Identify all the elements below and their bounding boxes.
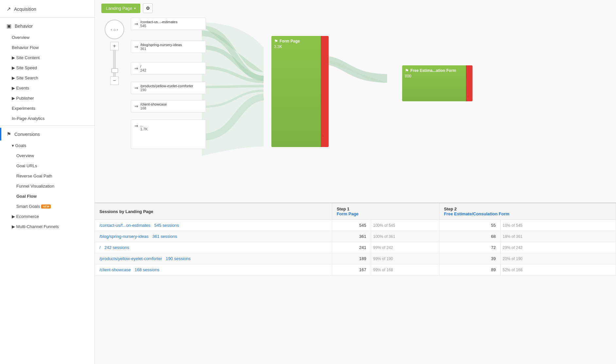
main-content: Landing Page ▾ ⚙ ‹ ⌂ › + − bbox=[95, 0, 616, 364]
landing-page-button[interactable]: Landing Page ▾ bbox=[101, 4, 140, 13]
source-label-3: /products/yellow-eyelet-comforter bbox=[140, 84, 193, 88]
source-node-2[interactable]: ⇒ / 242 bbox=[131, 62, 206, 74]
data-table: Sessions by Landing Page Step 1 Form Pag… bbox=[95, 203, 616, 275]
zoom-out-button[interactable]: − bbox=[110, 76, 119, 85]
col-step1-header: Step 1 Form Page bbox=[332, 203, 439, 220]
source-node-1[interactable]: ⇒ /blog/spring-nursery-ideas 361 bbox=[131, 41, 206, 53]
step1-pct-cell: 99% of 242 bbox=[371, 242, 439, 253]
page-cell: /blog/spring-nursery-ideas 361 sessions bbox=[95, 231, 332, 242]
sidebar-item-behavior-flow[interactable]: Behavior Flow bbox=[0, 42, 94, 53]
step1-count-cell: 361 bbox=[332, 231, 371, 242]
sidebar-item-in-page-analytics[interactable]: In-Page Analytics bbox=[0, 113, 94, 124]
source-count-1: 361 bbox=[140, 47, 182, 51]
source-node-5[interactable]: ⇒ ... 1.7K bbox=[131, 120, 206, 149]
right-flag-icon: ⚑ bbox=[405, 68, 409, 73]
sidebar-item-goal-urls[interactable]: Goal URLs bbox=[0, 161, 94, 171]
sidebar-item-site-search[interactable]: ▶ Site Search bbox=[0, 73, 94, 83]
sidebar-item-conversions[interactable]: ⚑ Conversions bbox=[0, 128, 94, 141]
source-label-4: /client-showcase bbox=[140, 102, 167, 106]
flow-arrow-icon-0: ⇒ bbox=[134, 21, 138, 26]
page-link[interactable]: /blog/spring-nursery-ideas bbox=[99, 234, 148, 239]
step1-count-cell: 241 bbox=[332, 242, 371, 253]
pan-left-icon[interactable]: ‹ bbox=[111, 27, 112, 31]
sidebar-item-ecommerce[interactable]: ▶ Ecommerce bbox=[0, 211, 94, 222]
sidebar-item-goals[interactable]: ▾ Goals bbox=[0, 141, 94, 151]
sessions-cell: 361 sessions bbox=[152, 234, 177, 239]
behavior-icon: ▣ bbox=[7, 23, 11, 29]
sessions-cell: 545 sessions bbox=[154, 223, 179, 228]
zoom-controls: + − bbox=[105, 42, 124, 85]
page-link[interactable]: /products/yellow-eyelet-comforter bbox=[99, 256, 162, 261]
sidebar-item-goal-flow[interactable]: Goal Flow bbox=[0, 191, 94, 201]
step1-pct-cell: 99% of 168 bbox=[371, 264, 439, 275]
page-cell: / 242 sessions bbox=[95, 242, 332, 253]
flow-arrow-icon-2: ⇒ bbox=[134, 66, 138, 71]
zoom-in-button[interactable]: + bbox=[110, 42, 119, 50]
acquisition-icon: ↗ bbox=[7, 6, 11, 12]
source-label-0: /contact-us...-estimates bbox=[140, 20, 178, 24]
gear-button[interactable]: ⚙ bbox=[143, 3, 153, 13]
sidebar-item-reverse-goal-path[interactable]: Reverse Goal Path bbox=[0, 171, 94, 181]
sidebar-item-acquisition[interactable]: ↗ Acquisition bbox=[0, 3, 94, 15]
center-node-label: Form Page bbox=[280, 39, 300, 43]
table-row: /blog/spring-nursery-ideas 361 sessions … bbox=[95, 231, 616, 242]
table-area: Sessions by Landing Page Step 1 Form Pag… bbox=[95, 203, 616, 275]
col-sessions-header: Sessions by Landing Page bbox=[95, 203, 332, 220]
sidebar-item-events[interactable]: ▶ Events bbox=[0, 83, 94, 93]
source-node-0[interactable]: ⇒ /contact-us...-estimates 545 bbox=[131, 18, 206, 30]
center-node-count: 3.3K bbox=[274, 44, 326, 49]
source-count-3: 190 bbox=[140, 88, 193, 92]
sidebar-item-smart-goals[interactable]: Smart Goals NEW bbox=[0, 201, 94, 211]
flow-area: Landing Page ▾ ⚙ ‹ ⌂ › + − bbox=[95, 0, 616, 203]
source-label-1: /blog/spring-nursery-ideas bbox=[140, 43, 182, 47]
sidebar-item-multi-channel[interactable]: ▶ Multi-Channel Funnels bbox=[0, 222, 94, 232]
step2-count-cell: 89 bbox=[439, 264, 501, 275]
pan-home-icon[interactable]: ⌂ bbox=[113, 27, 116, 31]
sidebar-item-site-content[interactable]: ▶ Site Content bbox=[0, 53, 94, 63]
source-nodes: ⇒ /contact-us...-estimates 545 ⇒ /blog/s… bbox=[131, 16, 206, 154]
sidebar-item-funnel-visualization[interactable]: Funnel Visualization bbox=[0, 181, 94, 191]
pan-right-icon[interactable]: › bbox=[117, 27, 118, 31]
page-link[interactable]: /contact-us/f...on-estimates bbox=[99, 223, 150, 228]
step2-pct-cell: 10% of 545 bbox=[501, 220, 616, 231]
zoom-thumb[interactable] bbox=[111, 68, 118, 73]
center-node-dropoff: ↓ bbox=[321, 36, 329, 147]
right-node[interactable]: ⚑ Free Estima...ation Form 800 ↓ bbox=[402, 65, 472, 101]
source-node-4[interactable]: ⇒ /client-showcase 168 bbox=[131, 100, 206, 112]
flow-arrow-icon-3: ⇒ bbox=[134, 85, 138, 91]
sidebar-item-site-speed[interactable]: ▶ Site Speed bbox=[0, 63, 94, 73]
source-label-2: / bbox=[140, 64, 146, 68]
sidebar-item-behavior[interactable]: ▣ Behavior bbox=[0, 20, 94, 32]
pan-control[interactable]: ‹ ⌂ › bbox=[105, 20, 124, 39]
page-link[interactable]: / bbox=[99, 245, 101, 250]
step2-count-cell: 68 bbox=[439, 231, 501, 242]
center-node[interactable]: ⚑ Form Page 3.3K ↓ bbox=[271, 36, 329, 147]
step2-pct-cell: 29% of 242 bbox=[501, 242, 616, 253]
flow-arrow-icon-1: ⇒ bbox=[134, 44, 138, 49]
nav-controls: ‹ ⌂ › + − bbox=[105, 20, 124, 85]
source-count-0: 545 bbox=[140, 24, 178, 28]
sidebar: ↗ Acquisition ▣ Behavior Overview Behavi… bbox=[0, 0, 95, 364]
page-cell: /contact-us/f...on-estimates 545 session… bbox=[95, 220, 332, 231]
step2-count-cell: 72 bbox=[439, 242, 501, 253]
step2-pct-cell: 52% of 168 bbox=[501, 264, 616, 275]
source-label-5: ... bbox=[140, 123, 148, 127]
sidebar-item-experiments[interactable]: Experiments bbox=[0, 103, 94, 113]
flow-arrow-icon-5: ⇒ bbox=[134, 123, 138, 128]
right-node-count: 800 bbox=[405, 74, 470, 78]
source-count-4: 168 bbox=[140, 106, 167, 110]
source-node-3[interactable]: ⇒ /products/yellow-eyelet-comforter 190 bbox=[131, 82, 206, 94]
source-count-5: 1.7K bbox=[140, 127, 148, 131]
step1-pct-cell: 100% of 545 bbox=[371, 220, 439, 231]
right-dropoff-arrow-icon: ↓ bbox=[467, 93, 469, 98]
sidebar-item-publisher[interactable]: ▶ Publisher bbox=[0, 93, 94, 103]
step1-count-cell: 189 bbox=[332, 253, 371, 264]
sidebar-item-overview[interactable]: Overview bbox=[0, 32, 94, 42]
gear-icon: ⚙ bbox=[146, 6, 150, 11]
sidebar-item-goals-overview[interactable]: Overview bbox=[0, 151, 94, 161]
page-link[interactable]: /client-showcase bbox=[99, 267, 131, 272]
dropoff-arrow-icon: ↓ bbox=[322, 132, 324, 137]
table-row: / 242 sessions 241 99% of 242 72 29% of … bbox=[95, 242, 616, 253]
new-badge: NEW bbox=[41, 205, 51, 208]
sessions-cell: 190 sessions bbox=[166, 256, 191, 261]
